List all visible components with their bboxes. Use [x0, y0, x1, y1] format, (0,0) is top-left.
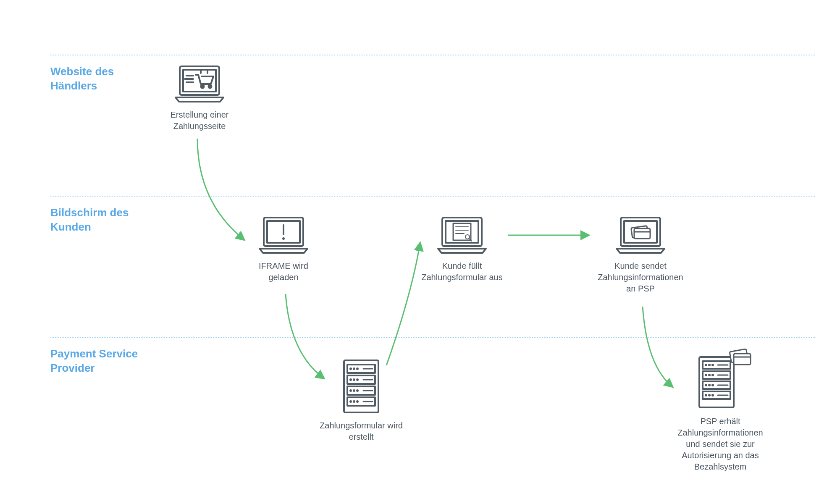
svg-point-5 [201, 85, 204, 88]
node-label: Kunde sendet Zahlungsinformationen an PS… [592, 260, 689, 294]
lane-label-customer: Bildschirm des Kunden [50, 206, 143, 234]
svg-point-60 [712, 385, 714, 386]
svg-point-52 [712, 365, 714, 366]
lane-label-merchant: Website des Händlers [50, 65, 143, 93]
svg-point-21 [354, 379, 355, 381]
node-label: Erstellung einer Zahlungsseite [164, 109, 235, 132]
svg-point-59 [709, 385, 710, 386]
server-rack-icon [338, 357, 384, 416]
svg-rect-43 [634, 228, 650, 239]
node-label: PSP erhält Zahlungsinformationen und sen… [670, 416, 771, 472]
arrow-n2-n3 [286, 294, 323, 378]
svg-point-50 [706, 365, 707, 366]
divider-line [50, 337, 815, 338]
svg-point-30 [357, 401, 358, 402]
svg-point-22 [357, 379, 358, 381]
lane-label-psp: Payment Service Provider [50, 347, 143, 375]
node-customer-fills-form: Kunde füllt Zahlungsformular aus [420, 214, 504, 283]
node-label: Zahlungsformular wird erstellt [319, 420, 403, 443]
svg-point-29 [354, 401, 355, 402]
laptop-credit-cards-icon [613, 214, 668, 256]
node-create-payment-page: Erstellung einer Zahlungsseite [164, 63, 235, 132]
svg-point-54 [706, 375, 707, 376]
svg-rect-33 [446, 221, 478, 243]
node-customer-sends-payment: Kunde sendet Zahlungsinformationen an PS… [592, 214, 689, 294]
svg-point-24 [350, 390, 352, 391]
svg-point-56 [712, 375, 714, 376]
svg-point-18 [357, 368, 358, 370]
svg-point-28 [350, 401, 352, 402]
svg-point-64 [712, 395, 714, 396]
lane-label-text: Website des Händlers [50, 65, 114, 92]
node-payment-form-created: Zahlungsformular wird erstellt [319, 357, 403, 443]
svg-rect-34 [453, 223, 471, 240]
node-label: Kunde füllt Zahlungsformular aus [420, 260, 504, 283]
svg-point-62 [706, 395, 707, 396]
svg-point-10 [282, 237, 285, 240]
node-psp-receives: PSP erhält Zahlungsinformationen und sen… [662, 349, 779, 472]
lane-label-text: Bildschirm des Kunden [50, 206, 129, 233]
laptop-shopping-cart-icon [172, 63, 227, 105]
svg-point-25 [354, 390, 355, 391]
svg-point-63 [709, 395, 710, 396]
server-rack-cards-icon [687, 349, 754, 412]
svg-point-51 [709, 365, 710, 366]
svg-point-55 [709, 375, 710, 376]
laptop-alert-icon [256, 214, 311, 256]
lane-label-text: Payment Service Provider [50, 347, 138, 374]
svg-rect-32 [442, 218, 482, 246]
node-iframe-loading: IFRAME wird geladen [248, 214, 319, 283]
divider-line [50, 55, 815, 55]
arrow-n1-n2 [197, 139, 244, 239]
arrow-n3-n4 [386, 244, 420, 365]
svg-point-6 [209, 85, 212, 88]
svg-point-20 [350, 379, 352, 381]
svg-point-58 [706, 385, 707, 386]
node-label: IFRAME wird geladen [248, 260, 319, 283]
svg-rect-67 [734, 354, 751, 365]
divider-line [50, 196, 815, 197]
laptop-form-icon [435, 214, 489, 256]
svg-point-26 [357, 390, 358, 391]
svg-point-16 [350, 368, 352, 370]
svg-point-17 [354, 368, 355, 370]
